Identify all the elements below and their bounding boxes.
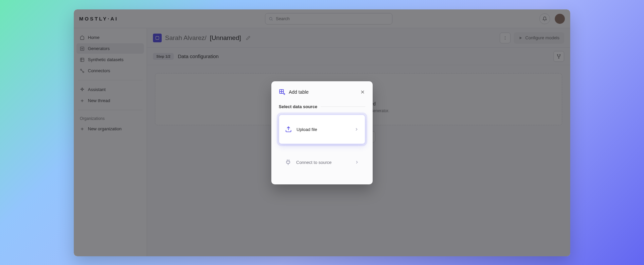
modal-overlay[interactable]: Add table Select data source Upload file: [74, 9, 570, 256]
upload-file-option[interactable]: Upload file: [279, 115, 365, 144]
close-icon: [360, 89, 365, 95]
connect-source-option[interactable]: Connect to source: [279, 147, 365, 177]
option-label: Connect to source: [296, 160, 332, 165]
option-label: Upload file: [297, 127, 317, 132]
table-plus-icon: [279, 89, 285, 95]
add-table-modal: Add table Select data source Upload file: [271, 81, 373, 184]
modal-title: Add table: [289, 89, 357, 95]
chevron-right-icon: [354, 127, 359, 132]
app-window: MOSTLY·AI Home Generators: [74, 9, 570, 256]
upload-icon: [285, 126, 292, 133]
plug-icon: [285, 159, 291, 166]
chevron-right-icon: [355, 160, 359, 165]
modal-close-button[interactable]: [360, 89, 365, 95]
modal-section-title: Select data source: [279, 104, 365, 109]
svg-rect-34: [286, 161, 290, 164]
